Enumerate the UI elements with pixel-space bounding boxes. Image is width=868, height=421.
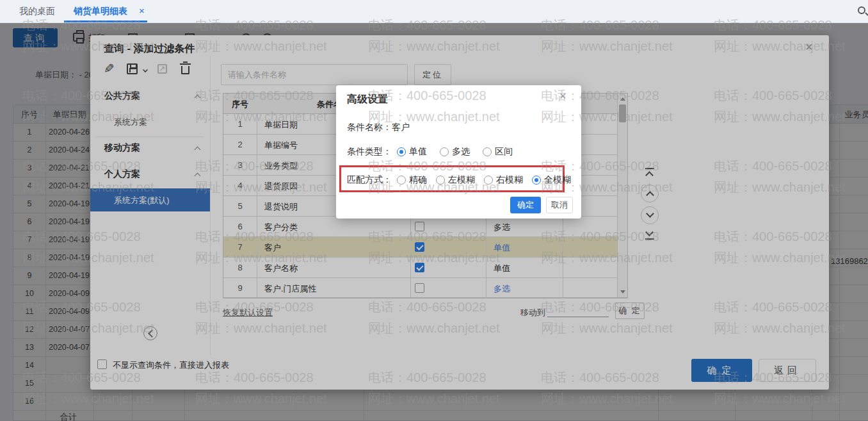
condition-type-row: 条件类型： 单值 多选 区间 [347,146,526,158]
radio-icon[interactable] [484,176,493,185]
type-option[interactable]: 多选 [440,146,470,158]
ok-button[interactable]: 确定 [510,197,541,213]
radio-label: 区间 [495,146,513,158]
match-option[interactable]: 精确 [397,174,427,186]
active-tab-underline [64,21,147,22]
radio-label: 单值 [409,146,427,158]
search-icon[interactable] [858,6,865,14]
tab-my-desktop[interactable]: 我的桌面 [19,6,55,17]
tab-close-icon[interactable]: × [139,5,145,16]
match-mode-row: 匹配方式： 精确 左模糊 右模糊 全模糊 [347,174,580,186]
condition-name-label: 条件名称： [347,122,392,132]
condition-name-row: 条件名称：客户 [347,122,410,133]
radio-label: 精确 [409,174,427,186]
radio-icon[interactable] [397,147,406,156]
close-icon[interactable]: × [559,90,567,102]
radio-icon[interactable] [397,176,406,185]
radio-label: 右模糊 [496,174,523,186]
match-option[interactable]: 右模糊 [484,174,523,186]
radio-icon[interactable] [436,176,445,185]
top-tab-bar: 我的桌面 销货单明细表 × [0,0,868,23]
type-option[interactable]: 区间 [483,146,513,158]
cancel-button[interactable]: 取消 [546,197,573,213]
radio-icon[interactable] [440,147,449,156]
match-option[interactable]: 左模糊 [436,174,475,186]
match-option[interactable]: 全模糊 [532,174,571,186]
match-mode-label: 匹配方式： [347,174,392,186]
type-option[interactable]: 单值 [397,146,427,158]
condition-name-value: 客户 [392,122,410,132]
radio-label: 多选 [452,146,470,158]
radio-icon[interactable] [532,176,541,185]
app-window: 查询 打印 单据日期： - 20 序号 单据日期 业务员 [0,0,868,421]
inner-modal-backdrop [0,23,868,421]
modal-title: 高级设置 [347,93,388,106]
advanced-settings-modal: 高级设置 × 条件名称：客户 条件类型： 单值 多选 区间 [336,85,581,219]
radio-label: 左模糊 [448,174,475,186]
condition-type-label: 条件类型： [347,146,392,158]
radio-icon[interactable] [483,147,492,156]
radio-label: 全模糊 [544,174,571,186]
tab-sales-detail-report[interactable]: 销货单明细表 [74,6,127,17]
